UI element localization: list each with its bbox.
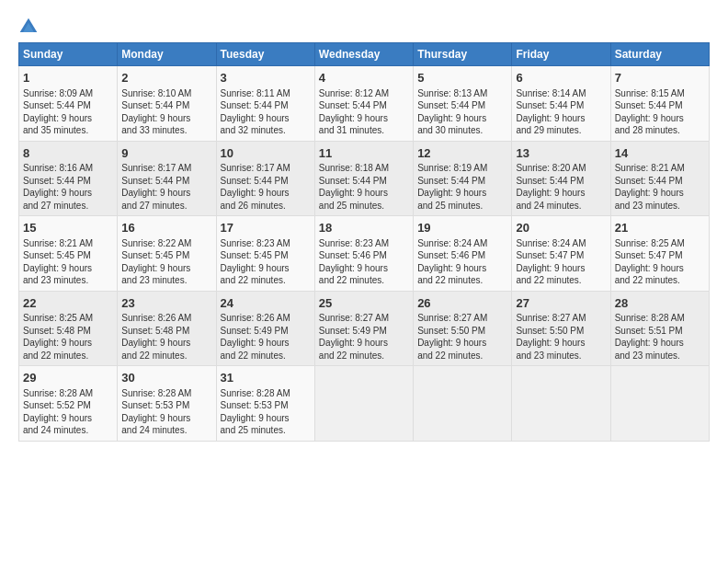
day-number: 23 [121,295,211,312]
day-header-wednesday: Wednesday [314,43,413,66]
calendar-cell: 14Sunrise: 8:21 AMSunset: 5:44 PMDayligh… [610,141,709,216]
day-info: and 33 minutes. [121,124,211,137]
day-number: 30 [121,370,211,386]
day-info: Sunrise: 8:20 AM [516,162,606,175]
day-info: Daylight: 9 hours [615,262,705,275]
day-info: and 22 minutes. [615,274,705,287]
day-number: 29 [23,370,113,386]
calendar-cell: 13Sunrise: 8:20 AMSunset: 5:44 PMDayligh… [512,141,610,216]
day-info: Sunrise: 8:28 AM [121,387,211,400]
day-info: Sunrise: 8:12 AM [319,87,409,100]
calendar-cell: 28Sunrise: 8:28 AMSunset: 5:51 PMDayligh… [610,291,709,366]
day-info: Sunset: 5:51 PM [615,325,705,338]
day-number: 5 [417,70,507,86]
day-info: Sunset: 5:44 PM [615,175,705,188]
day-info: and 22 minutes. [121,350,211,362]
day-number: 24 [221,295,311,312]
day-info: and 35 minutes. [23,124,113,137]
day-number: 18 [319,220,409,236]
day-number: 16 [121,220,211,236]
day-info: and 23 minutes. [516,350,606,362]
day-info: Sunset: 5:44 PM [615,99,705,112]
day-info: Daylight: 9 hours [221,112,311,125]
day-info: and 22 minutes. [23,350,113,362]
day-info: and 23 minutes. [615,200,705,213]
day-info: Sunrise: 8:14 AM [516,87,606,100]
day-info: Sunrise: 8:27 AM [319,312,409,325]
day-number: 12 [417,145,507,162]
day-info: Daylight: 9 hours [121,262,211,275]
day-info: Sunrise: 8:21 AM [615,162,705,175]
calendar-cell: 9Sunrise: 8:17 AMSunset: 5:44 PMDaylight… [118,141,216,216]
calendar-cell: 23Sunrise: 8:26 AMSunset: 5:48 PMDayligh… [118,291,216,366]
day-number: 15 [23,220,113,236]
day-number: 6 [516,70,606,86]
calendar-cell [414,366,512,442]
calendar-cell: 17Sunrise: 8:23 AMSunset: 5:45 PMDayligh… [216,216,314,292]
day-info: and 25 minutes. [319,200,409,213]
day-info: Sunrise: 8:09 AM [23,87,113,100]
calendar-cell: 5Sunrise: 8:13 AMSunset: 5:44 PMDaylight… [414,66,512,142]
day-info: Sunrise: 8:24 AM [417,237,507,250]
day-number: 21 [615,220,705,236]
day-info: Sunrise: 8:16 AM [23,162,113,175]
calendar-cell: 27Sunrise: 8:27 AMSunset: 5:50 PMDayligh… [512,291,610,366]
day-info: Sunrise: 8:19 AM [417,162,507,175]
day-info: Daylight: 9 hours [516,187,606,200]
day-info: Sunrise: 8:17 AM [121,162,211,175]
header [18,17,710,37]
day-info: Daylight: 9 hours [221,337,311,350]
day-info: Daylight: 9 hours [615,337,705,350]
day-info: Sunset: 5:44 PM [319,99,409,112]
day-info: Daylight: 9 hours [319,337,409,350]
day-info: Sunrise: 8:27 AM [417,312,507,325]
day-info: Sunset: 5:47 PM [615,249,705,262]
calendar-cell: 29Sunrise: 8:28 AMSunset: 5:52 PMDayligh… [19,366,118,442]
day-info: Sunrise: 8:10 AM [121,87,211,100]
calendar-cell: 3Sunrise: 8:11 AMSunset: 5:44 PMDaylight… [216,66,314,142]
calendar-cell: 18Sunrise: 8:23 AMSunset: 5:46 PMDayligh… [314,216,413,292]
day-info: Sunset: 5:48 PM [121,325,211,338]
calendar-cell: 8Sunrise: 8:16 AMSunset: 5:44 PMDaylight… [19,141,118,216]
calendar-cell: 11Sunrise: 8:18 AMSunset: 5:44 PMDayligh… [314,141,413,216]
day-info: and 25 minutes. [221,424,311,437]
day-info: and 22 minutes. [417,350,507,362]
day-info: Daylight: 9 hours [319,187,409,200]
day-info: Sunset: 5:45 PM [121,249,211,262]
day-header-friday: Friday [512,43,610,66]
day-header-monday: Monday [118,43,216,66]
calendar-cell: 30Sunrise: 8:28 AMSunset: 5:53 PMDayligh… [118,366,216,442]
day-info: Sunset: 5:49 PM [319,325,409,338]
day-number: 10 [221,145,311,162]
day-info: Daylight: 9 hours [121,337,211,350]
day-header-saturday: Saturday [610,43,709,66]
day-info: Sunset: 5:44 PM [417,175,507,188]
calendar-cell: 6Sunrise: 8:14 AMSunset: 5:44 PMDaylight… [512,66,610,142]
day-info: and 23 minutes. [121,274,211,287]
calendar-cell: 31Sunrise: 8:28 AMSunset: 5:53 PMDayligh… [216,366,314,442]
calendar-cell: 21Sunrise: 8:25 AMSunset: 5:47 PMDayligh… [610,216,709,292]
day-info: Daylight: 9 hours [23,112,113,125]
calendar-cell [512,366,610,442]
day-info: and 27 minutes. [121,200,211,213]
day-number: 11 [319,145,409,162]
day-number: 14 [615,145,705,162]
day-info: Daylight: 9 hours [23,337,113,350]
day-header-sunday: Sunday [19,43,118,66]
day-info: and 23 minutes. [615,350,705,362]
day-info: Sunrise: 8:23 AM [319,237,409,250]
day-info: Sunset: 5:45 PM [221,249,311,262]
day-info: Sunset: 5:44 PM [23,175,113,188]
day-info: and 22 minutes. [319,274,409,287]
day-info: Daylight: 9 hours [615,112,705,125]
day-info: Sunrise: 8:28 AM [615,312,705,325]
logo [18,17,42,37]
day-info: Sunrise: 8:24 AM [516,237,606,250]
day-info: and 22 minutes. [516,274,606,287]
day-info: Sunset: 5:49 PM [221,325,311,338]
day-number: 19 [417,220,507,236]
calendar-cell: 7Sunrise: 8:15 AMSunset: 5:44 PMDaylight… [610,66,709,142]
day-info: and 22 minutes. [221,350,311,362]
day-info: Sunset: 5:48 PM [23,325,113,338]
day-number: 25 [319,295,409,312]
